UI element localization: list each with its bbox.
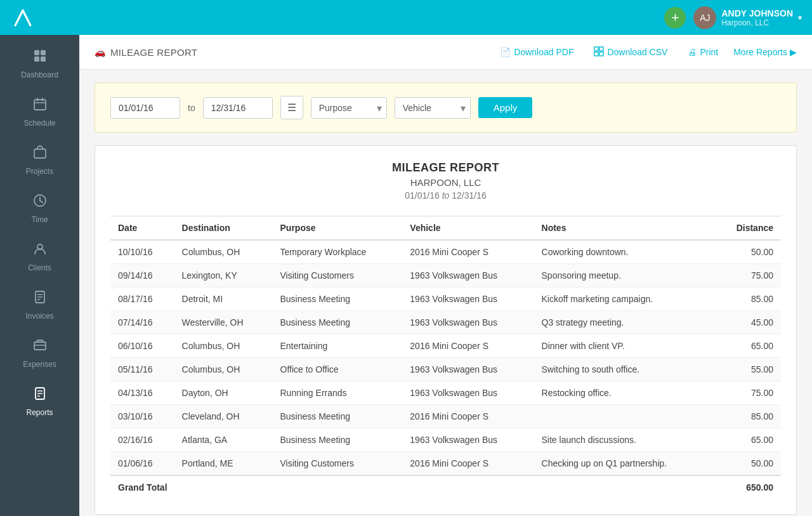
cell-notes: Site launch discussions.: [534, 428, 714, 452]
sidebar-item-label: Time: [31, 215, 48, 224]
svg-rect-17: [34, 342, 46, 350]
clients-icon: [33, 242, 47, 260]
sidebar-item-reports[interactable]: Reports: [0, 378, 79, 426]
download-pdf-button[interactable]: 📄 Download PDF: [495, 44, 579, 60]
user-name: ANDY JOHNSON: [721, 8, 793, 18]
cell-date: 03/10/16: [110, 405, 174, 428]
col-destination: Destination: [174, 216, 273, 241]
cell-vehicle: 1963 Volkswagen Bus: [402, 381, 534, 405]
report-dates: 01/01/16 to 12/31/16: [110, 190, 781, 201]
filter-bar: to ☰ Purpose Vehicle Apply: [95, 83, 797, 133]
cell-notes: Dinner with client VP.: [534, 334, 714, 358]
cell-purpose: Business Meeting: [273, 428, 403, 452]
sidebar-item-expenses[interactable]: Expenses: [0, 329, 79, 378]
csv-icon: [594, 46, 604, 58]
col-date: Date: [110, 216, 174, 241]
table-row: 06/10/16 Columbus, OH Entertaining 2016 …: [110, 334, 781, 358]
table-row: 01/06/16 Portland, ME Visiting Customers…: [110, 452, 781, 476]
expenses-icon: [33, 338, 47, 356]
content-area: 🚗 MILEAGE REPORT 📄 Download PDF: [79, 35, 812, 516]
avatar: AJ: [693, 6, 716, 29]
cell-destination: Westerville, OH: [174, 311, 273, 334]
report-date-end: 12/31/16: [452, 190, 487, 201]
cell-notes: Q3 strategy meeting.: [534, 311, 714, 334]
download-pdf-label: Download PDF: [514, 47, 573, 57]
cell-vehicle: 2016 Mini Cooper S: [402, 405, 534, 428]
add-button[interactable]: +: [664, 7, 686, 29]
cell-notes: Switching to south office.: [534, 358, 714, 381]
svg-rect-23: [594, 47, 598, 51]
more-reports-text: More Reports: [733, 47, 787, 57]
apply-button[interactable]: Apply: [478, 97, 533, 118]
report-main-title: MILEAGE REPORT: [110, 161, 781, 175]
cell-notes: Restocking office.: [534, 381, 714, 405]
grand-total-label: Grand Total: [110, 475, 714, 499]
svg-rect-3: [41, 56, 46, 62]
cell-purpose: Temporary Workplace: [273, 240, 403, 264]
start-date-input[interactable]: [110, 97, 180, 119]
pdf-icon: 📄: [500, 47, 511, 57]
col-distance: Distance: [714, 216, 781, 241]
reports-icon: [33, 387, 47, 404]
print-button[interactable]: 🖨 Print: [683, 44, 723, 60]
cell-vehicle: 1963 Volkswagen Bus: [402, 288, 534, 311]
table-row: 08/17/16 Detroit, MI Business Meeting 19…: [110, 288, 781, 311]
col-vehicle: Vehicle: [402, 216, 534, 241]
sidebar-item-clients[interactable]: Clients: [0, 233, 79, 281]
cell-date: 09/14/16: [110, 264, 174, 288]
cell-destination: Columbus, OH: [174, 240, 273, 264]
more-reports-icon: ▶: [790, 47, 797, 57]
purpose-select[interactable]: Purpose: [311, 97, 387, 119]
svg-rect-0: [34, 50, 39, 55]
download-csv-button[interactable]: Download CSV: [589, 44, 672, 61]
cell-distance: 50.00: [714, 452, 781, 476]
cell-purpose: Office to Office: [273, 358, 403, 381]
report-panel: MILEAGE REPORT HARPOON, LLC 01/01/16 to …: [95, 145, 797, 515]
cell-purpose: Visiting Customers: [273, 452, 403, 476]
more-reports-link[interactable]: More Reports ▶: [733, 47, 797, 57]
sidebar-item-dashboard[interactable]: Dashboard: [0, 40, 79, 88]
sidebar-item-time[interactable]: Time: [0, 185, 79, 233]
svg-rect-25: [594, 52, 598, 56]
cell-destination: Dayton, OH: [174, 381, 273, 405]
cell-notes: Coworking downtown.: [534, 240, 714, 264]
table-row: 05/11/16 Columbus, OH Office to Office 1…: [110, 358, 781, 381]
print-icon: 🖨: [688, 47, 697, 57]
sidebar-item-label: Reports: [26, 408, 53, 417]
table-header-row: Date Destination Purpose Vehicle Notes D…: [110, 216, 781, 241]
cell-distance: 45.00: [714, 311, 781, 334]
sidebar-item-invoices[interactable]: Invoices: [0, 281, 79, 329]
cell-distance: 65.00: [714, 334, 781, 358]
cell-date: 05/11/16: [110, 358, 174, 381]
cell-date: 02/16/16: [110, 428, 174, 452]
sidebar-item-schedule[interactable]: Schedule: [0, 88, 79, 136]
cell-vehicle: 2016 Mini Cooper S: [402, 334, 534, 358]
time-icon: [33, 194, 47, 211]
col-notes: Notes: [534, 216, 714, 241]
list-icon-button[interactable]: ☰: [280, 96, 303, 119]
cell-date: 08/17/16: [110, 288, 174, 311]
user-menu[interactable]: AJ ANDY JOHNSON Harpoon, LLC ▾: [693, 6, 802, 29]
vehicle-select[interactable]: Vehicle: [395, 97, 471, 119]
cell-distance: 55.00: [714, 358, 781, 381]
cell-purpose: Business Meeting: [273, 311, 403, 334]
col-purpose: Purpose: [273, 216, 403, 241]
sidebar-item-projects[interactable]: Projects: [0, 136, 79, 185]
svg-line-11: [40, 201, 43, 202]
sub-header: 🚗 MILEAGE REPORT 📄 Download PDF: [79, 35, 812, 70]
cell-vehicle: 1963 Volkswagen Bus: [402, 358, 534, 381]
end-date-input[interactable]: [203, 97, 273, 119]
top-nav: + AJ ANDY JOHNSON Harpoon, LLC ▾: [0, 0, 812, 35]
cell-destination: Lexington, KY: [174, 264, 273, 288]
report-header: MILEAGE REPORT HARPOON, LLC 01/01/16 to …: [110, 161, 781, 201]
list-icon: ☰: [287, 102, 296, 113]
cell-distance: 50.00: [714, 240, 781, 264]
sub-header-left: 🚗 MILEAGE REPORT: [95, 47, 197, 58]
sub-header-right: 📄 Download PDF Download CSV: [495, 44, 797, 61]
table-row: 04/13/16 Dayton, OH Running Errands 1963…: [110, 381, 781, 405]
cell-vehicle: 1963 Volkswagen Bus: [402, 428, 534, 452]
sidebar-item-label: Projects: [26, 167, 53, 176]
purpose-select-wrap: Purpose: [311, 97, 387, 119]
top-nav-right: + AJ ANDY JOHNSON Harpoon, LLC ▾: [664, 6, 802, 29]
car-icon: 🚗: [95, 47, 105, 57]
